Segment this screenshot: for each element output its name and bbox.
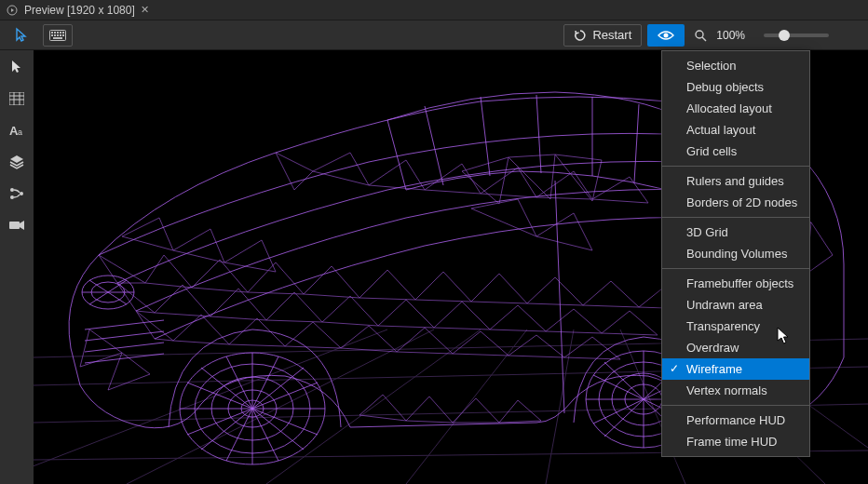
preview-play-icon bbox=[6, 4, 19, 17]
eye-icon bbox=[658, 30, 674, 41]
svg-rect-10 bbox=[60, 34, 61, 36]
svg-point-23 bbox=[10, 188, 14, 192]
menu-item-vertex-normals[interactable]: Vertex normals bbox=[662, 380, 809, 401]
close-tab-icon[interactable]: ✕ bbox=[141, 4, 149, 16]
svg-rect-3 bbox=[54, 32, 56, 34]
svg-line-27 bbox=[34, 329, 387, 484]
restart-label: Restart bbox=[592, 28, 631, 42]
tab-title: Preview [1920 x 1080] bbox=[24, 4, 135, 17]
menu-item-label: Undrawn area bbox=[686, 298, 763, 312]
menu-item-label: Transparency bbox=[686, 319, 760, 333]
grid-tool-button[interactable] bbox=[4, 87, 30, 110]
zoom-slider[interactable] bbox=[764, 34, 829, 37]
svg-point-25 bbox=[20, 192, 23, 195]
svg-line-31 bbox=[546, 329, 574, 484]
svg-rect-2 bbox=[51, 32, 53, 34]
menu-item-label: Overdraw bbox=[686, 341, 739, 355]
menu-item-actual-layout[interactable]: Actual layout bbox=[662, 119, 809, 141]
menu-item-undrawn-area[interactable]: Undrawn area bbox=[662, 294, 809, 316]
restart-icon bbox=[574, 29, 587, 42]
restart-button[interactable]: Restart bbox=[563, 24, 642, 47]
menu-item-label: Actual layout bbox=[686, 123, 755, 137]
check-icon: ✓ bbox=[670, 361, 679, 377]
svg-rect-7 bbox=[51, 34, 53, 36]
keyboard-button[interactable] bbox=[43, 24, 73, 47]
camera-tool-button[interactable] bbox=[4, 214, 30, 236]
menu-item-label: Debug objects bbox=[686, 80, 764, 94]
menu-item-allocated-layout[interactable]: Allocated layout bbox=[662, 98, 809, 119]
svg-point-14 bbox=[696, 31, 703, 38]
svg-rect-9 bbox=[57, 34, 59, 36]
menu-item-selection[interactable]: Selection bbox=[662, 55, 809, 76]
menu-item-label: Grid cells bbox=[686, 144, 737, 158]
svg-text:a: a bbox=[18, 128, 22, 137]
menu-separator bbox=[662, 217, 809, 218]
svg-point-24 bbox=[10, 195, 14, 199]
menu-separator bbox=[662, 166, 809, 167]
menu-item-framebuffer-objects[interactable]: Framebuffer objects bbox=[662, 273, 809, 294]
menu-item-label: Borders of 2D nodes bbox=[686, 195, 797, 209]
layers-tool-button[interactable] bbox=[4, 151, 30, 173]
menu-item-wireframe[interactable]: ✓Wireframe bbox=[662, 358, 809, 380]
title-bar: Preview [1920 x 1080] ✕ bbox=[0, 0, 868, 20]
svg-rect-4 bbox=[57, 32, 59, 34]
side-toolbar: Aa bbox=[0, 50, 34, 484]
svg-point-13 bbox=[664, 33, 669, 37]
zoom-slider-thumb[interactable] bbox=[779, 30, 790, 41]
svg-rect-6 bbox=[62, 32, 64, 34]
svg-rect-16 bbox=[9, 92, 24, 105]
menu-item-rulers-and-guides[interactable]: Rulers and guides bbox=[662, 170, 809, 192]
menu-item-label: Framebuffer objects bbox=[686, 276, 793, 290]
menu-item-grid-cells[interactable]: Grid cells bbox=[662, 141, 809, 162]
menu-separator bbox=[662, 268, 809, 269]
svg-rect-5 bbox=[60, 32, 61, 34]
zoom-icon[interactable] bbox=[694, 29, 707, 42]
svg-rect-8 bbox=[54, 34, 56, 36]
menu-item-label: Bounding Volumes bbox=[686, 247, 787, 261]
svg-rect-12 bbox=[53, 37, 62, 39]
visibility-dropdown-menu: SelectionDebug objectsAllocated layoutAc… bbox=[661, 50, 810, 457]
menu-item-frame-time-hud[interactable]: Frame time HUD bbox=[662, 431, 809, 452]
pointer-tool-button[interactable] bbox=[7, 24, 37, 47]
menu-item-debug-objects[interactable]: Debug objects bbox=[662, 76, 809, 98]
menu-item-overdraw[interactable]: Overdraw bbox=[662, 337, 809, 358]
menu-separator bbox=[662, 405, 809, 406]
menu-item-label: Selection bbox=[686, 59, 736, 73]
menu-item-label: Performance HUD bbox=[686, 413, 785, 427]
svg-line-15 bbox=[702, 37, 706, 41]
menu-item-label: Frame time HUD bbox=[686, 435, 778, 449]
menu-item-performance-hud[interactable]: Performance HUD bbox=[662, 410, 809, 431]
select-tool-button[interactable] bbox=[4, 56, 30, 78]
svg-line-29 bbox=[266, 329, 481, 484]
menu-item-label: Allocated layout bbox=[686, 101, 772, 115]
menu-item-bounding-volumes[interactable]: Bounding Volumes bbox=[662, 243, 809, 264]
menu-item-label: 3D Grid bbox=[686, 225, 728, 239]
main-toolbar: Restart 100% bbox=[0, 20, 868, 50]
svg-line-28 bbox=[127, 329, 434, 484]
menu-item-label: Rulers and guides bbox=[686, 174, 784, 188]
node-tool-button[interactable] bbox=[4, 182, 30, 205]
menu-item-transparency[interactable]: Transparency bbox=[662, 316, 809, 337]
text-tool-button[interactable]: Aa bbox=[4, 119, 30, 141]
svg-rect-11 bbox=[62, 34, 64, 36]
menu-item-3d-grid[interactable]: 3D Grid bbox=[662, 222, 809, 243]
menu-item-label: Vertex normals bbox=[686, 383, 767, 397]
menu-item-borders-of-2d-nodes[interactable]: Borders of 2D nodes bbox=[662, 192, 809, 213]
zoom-value: 100% bbox=[712, 29, 749, 42]
menu-item-label: Wireframe bbox=[686, 362, 742, 376]
visibility-menu-button[interactable] bbox=[647, 24, 685, 47]
zoom-group: 100% bbox=[694, 29, 829, 42]
svg-rect-26 bbox=[9, 222, 20, 229]
